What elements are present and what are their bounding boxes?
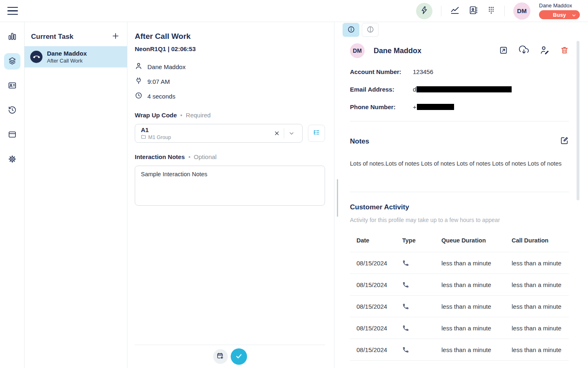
panel-splitter-handle[interactable] [337, 179, 338, 217]
download-button[interactable] [519, 45, 529, 56]
sidebar-item-tasks[interactable] [4, 53, 20, 70]
browse-codes-button[interactable] [308, 125, 325, 142]
bar-chart-icon [8, 32, 17, 42]
interaction-notes-input[interactable]: Sample Interaction Notes [135, 166, 325, 206]
activity-rows: 08/15/2024 less than a minute less than … [350, 252, 569, 361]
contact-avatar: DM [350, 43, 365, 58]
table-row: 08/15/2024 less than a minute less than … [350, 274, 569, 296]
contacts-button[interactable] [468, 5, 478, 16]
wrap-up-label-row: Wrap Up Code Required [135, 112, 325, 119]
clear-selection-button[interactable] [271, 129, 283, 138]
sidebar-item-contacts[interactable] [4, 78, 20, 94]
reports-button[interactable] [450, 5, 460, 16]
table-row: 08/15/2024 less than a minute less than … [350, 339, 569, 361]
open-profile-button[interactable] [499, 46, 508, 56]
contrast-icon [366, 25, 374, 35]
task-item-name: Dane Maddox [47, 50, 87, 57]
plug-icon [135, 77, 143, 86]
browser-window-icon [8, 130, 17, 140]
person-icon [135, 62, 143, 71]
menu-button[interactable] [7, 7, 18, 15]
tab-insights[interactable] [362, 23, 379, 37]
wrap-up-group: M1 Group [148, 135, 171, 140]
add-task-button[interactable] [111, 32, 120, 41]
wrap-up-select[interactable]: A1 M1 Group [135, 124, 303, 143]
notes-text: Lots of notes.Lots of notes Lots of note… [350, 159, 569, 168]
tab-contact-info[interactable] [343, 23, 359, 37]
open-dropdown-button[interactable] [285, 128, 298, 138]
queue-name: NeonR1Q1 [135, 45, 166, 52]
queue-duration: less than a minute [441, 325, 512, 332]
current-task-header: Current Task [24, 22, 127, 46]
elapsed-timer: 02:06:53 [171, 45, 196, 52]
clock-icon [135, 92, 143, 101]
phone-value: + [413, 103, 454, 110]
app-window: DM Dane Maddox Busy [0, 0, 588, 368]
task-item-text: Dane Maddox After Call Work [47, 50, 87, 64]
task-footer [135, 345, 325, 368]
activity-table: Date Type Queue Duration Call Duration 0… [350, 235, 569, 361]
contact-book-icon [468, 5, 478, 16]
wrap-up-label: Wrap Up Code [135, 112, 177, 119]
status-dropdown[interactable]: Busy [539, 10, 580, 19]
activity-date: 08/15/2024 [356, 346, 402, 353]
tree-list-icon [312, 129, 321, 138]
user-block: Dane Maddox Busy [539, 2, 580, 19]
user-avatar[interactable]: DM [513, 2, 530, 20]
column-header-date: Date [356, 237, 402, 244]
edit-contact-button[interactable] [540, 45, 549, 56]
sidebar-rail [0, 22, 24, 368]
bullet-dot [180, 114, 182, 116]
contact-header: DM Dane Maddox [350, 43, 569, 58]
task-list-item[interactable]: Dane Maddox After Call Work [24, 46, 127, 67]
call-duration: less than a minute [512, 260, 569, 267]
sidebar-item-dashboard[interactable] [4, 29, 20, 45]
sidebar-item-settings[interactable] [4, 151, 20, 168]
schedule-button[interactable] [213, 349, 228, 364]
contact-body: DM Dane Maddox [334, 43, 588, 361]
cloud-download-icon [519, 45, 529, 56]
call-type-icon [402, 325, 441, 332]
redaction-bar [416, 86, 512, 92]
dialpad-button[interactable] [487, 6, 496, 16]
sidebar-item-browser[interactable] [4, 127, 20, 143]
phone-row: Phone Number: + [350, 103, 569, 110]
column-header-queue-duration: Queue Duration [441, 237, 512, 244]
duration-row: 4 seconds [135, 92, 325, 101]
account-number-row: Account Number: 123456 [350, 68, 569, 75]
edit-notes-button[interactable] [560, 136, 569, 146]
activity-date: 08/15/2024 [356, 325, 402, 332]
activity-subtitle: Activity for this profile may take up to… [350, 217, 569, 223]
contact-panel: DM Dane Maddox [334, 22, 588, 368]
activity-date: 08/15/2024 [356, 303, 402, 310]
start-time: 9:07 AM [147, 78, 170, 85]
sidebar-item-history[interactable] [4, 102, 20, 119]
complete-task-button[interactable] [231, 348, 247, 365]
dialpad-icon [487, 6, 496, 16]
contact-tabs [343, 23, 588, 37]
table-row: 08/15/2024 less than a minute less than … [350, 252, 569, 274]
topbar-divider [441, 6, 441, 16]
scrollbar-thumb[interactable] [577, 41, 579, 200]
wrap-up-value: A1 [141, 126, 271, 133]
call-type-icon [402, 260, 441, 267]
queue-duration: less than a minute [441, 281, 512, 288]
call-duration: less than a minute [512, 325, 569, 332]
hamburger-icon [7, 7, 18, 8]
wrap-up-row: A1 M1 Group [135, 124, 325, 143]
contact-name: Dane Maddox [147, 63, 185, 70]
activity-title: Customer Activity [350, 203, 569, 211]
quick-actions-button[interactable] [416, 3, 432, 19]
bullet-dot [189, 156, 190, 158]
phone-label: Phone Number: [350, 103, 413, 110]
info-icon [347, 25, 355, 35]
notes-header: Notes [350, 136, 569, 146]
call-type-icon [402, 303, 441, 310]
email-label: Email Address: [350, 86, 413, 93]
redaction-bar [417, 104, 454, 110]
account-number-value: 123456 [413, 68, 433, 75]
delete-contact-button[interactable] [560, 46, 569, 56]
calendar-clock-icon [216, 352, 224, 361]
select-divider [284, 128, 284, 138]
section-divider [350, 192, 569, 192]
